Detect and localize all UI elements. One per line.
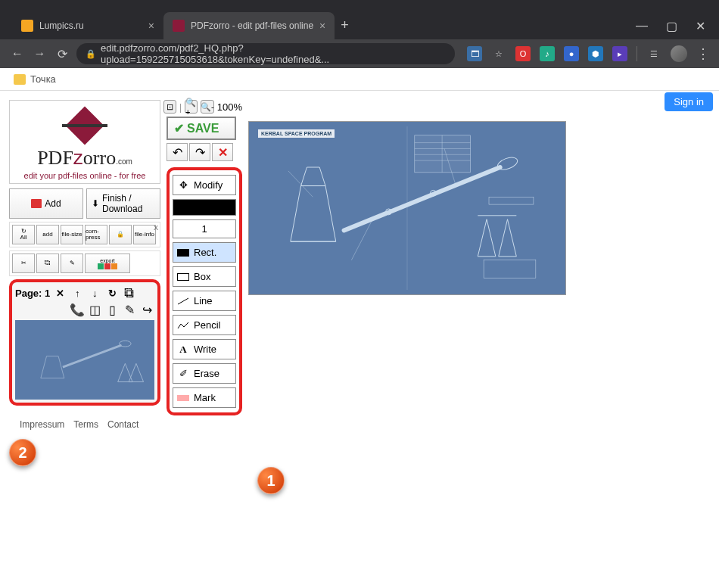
url-field[interactable]: 🔒 edit.pdfzorro.com/pdf2_HQ.php?upload=1… <box>76 43 455 64</box>
line-tool[interactable]: Line <box>173 291 236 311</box>
minimize-icon[interactable]: — <box>636 19 648 33</box>
erase-tool[interactable]: ✐ Erase <box>173 363 236 384</box>
thickness-input[interactable]: 1 <box>173 219 236 238</box>
zoom-out-icon[interactable]: 🔍- <box>201 100 214 114</box>
file-tools: X ↻All add file-size com-press 🔒 file-in… <box>9 222 160 247</box>
tab-inactive[interactable]: Lumpics.ru × <box>12 12 163 39</box>
zoom-fit-icon[interactable]: ⊡ <box>163 100 176 114</box>
rect-icon <box>176 247 190 258</box>
extension-icon[interactable]: ● <box>564 46 579 61</box>
pdf-canvas[interactable]: KERBAL SPACE PROGRAM <box>248 121 566 295</box>
add-page-button[interactable]: add <box>36 225 59 244</box>
move-icon: ✥ <box>176 180 190 191</box>
new-tab-button[interactable]: + <box>335 17 355 39</box>
logo-text: PDFzorro.com <box>13 146 157 170</box>
zoom-in-icon[interactable]: 🔍+ <box>185 100 198 114</box>
redo-icon[interactable]: ↪ <box>139 302 154 317</box>
page-thumbnail[interactable] <box>15 320 154 400</box>
redo-button[interactable]: ↷ <box>189 143 210 161</box>
cut-all-button[interactable]: ✂ <box>12 254 35 273</box>
folder-icon <box>14 74 26 85</box>
add-button[interactable]: Add <box>9 188 83 219</box>
tool-label: Mark <box>194 392 216 403</box>
profile-avatar[interactable] <box>671 45 687 62</box>
maximize-icon[interactable]: ▢ <box>666 19 677 33</box>
signin-button[interactable]: Sign in <box>665 92 713 111</box>
close-icon[interactable]: × <box>148 20 154 32</box>
line-icon <box>176 296 190 306</box>
favicon-icon <box>21 20 33 32</box>
reload-button[interactable]: ⟳ <box>54 47 70 61</box>
blueprint-thumb-icon <box>18 323 151 397</box>
color-picker[interactable] <box>173 199 236 216</box>
svg-point-3 <box>120 341 132 347</box>
rotate-all-button[interactable]: ↻All <box>12 225 35 244</box>
erase-icon: ✐ <box>176 369 190 379</box>
svg-marker-16 <box>499 219 517 257</box>
box-tool[interactable]: Box <box>173 266 236 287</box>
tool-label: Modify <box>194 179 223 191</box>
browser-tabs: Lumpics.ru × PDFzorro - edit pdf-files o… <box>0 0 355 39</box>
extension-icon[interactable]: ♪ <box>540 46 555 61</box>
delete-button[interactable]: ✕ <box>212 143 233 161</box>
extension-icon[interactable]: ⬢ <box>588 46 603 61</box>
rect-tool[interactable]: Rect. <box>173 242 236 263</box>
modify-tool[interactable]: ✥ Modify <box>173 175 236 195</box>
delete-page-icon[interactable]: ✕ <box>52 285 67 300</box>
contact-link[interactable]: Contact <box>107 419 139 430</box>
extension-icon[interactable]: ▸ <box>612 46 627 61</box>
write-tool[interactable]: A Write <box>173 339 236 359</box>
translate-icon[interactable]: 🗔 <box>467 46 482 61</box>
filesize-button[interactable]: file-size <box>61 225 83 244</box>
logo-icon <box>66 107 104 145</box>
menu-icon[interactable]: ⋮ <box>696 45 710 62</box>
page-icon[interactable]: ▯ <box>104 302 120 317</box>
svg-line-11 <box>344 167 500 230</box>
reading-list-icon[interactable]: ☰ <box>646 46 661 61</box>
copy-button[interactable]: ⿻ <box>36 254 59 273</box>
phone-icon[interactable]: 📞 <box>70 302 85 317</box>
bookmark-item[interactable]: Точка <box>30 73 56 85</box>
bookmarks-bar: Точка <box>0 68 719 91</box>
save-button[interactable]: ✔ SAVE <box>167 117 236 140</box>
footer-links: Impressum Terms Contact <box>20 419 160 430</box>
button-label: Add <box>45 198 61 209</box>
close-icon[interactable]: X <box>154 224 158 232</box>
crop-icon[interactable]: ◫ <box>87 302 102 317</box>
forward-button[interactable]: → <box>32 47 48 61</box>
tool-label: Pencil <box>194 319 220 331</box>
svg-line-26 <box>288 171 313 197</box>
separator <box>637 46 637 61</box>
move-down-icon[interactable]: ↓ <box>87 285 102 300</box>
finish-button[interactable]: ⬇ Finish / Download <box>86 188 160 219</box>
check-icon: ✔ <box>174 121 184 135</box>
close-icon[interactable]: ✕ <box>696 19 705 33</box>
extension-icon[interactable]: O <box>515 46 531 61</box>
browser-urlbar: ← → ⟳ 🔒 edit.pdfzorro.com/pdf2_HQ.php?up… <box>0 39 719 68</box>
page-panel: Page: 1 ✕ ↑ ↓ ↻ ⿻ 📞 ◫ ▯ ✎ ↪ <box>9 279 160 406</box>
mark-tool[interactable]: Mark <box>173 387 236 408</box>
back-button[interactable]: ← <box>9 47 26 61</box>
lock-button[interactable]: 🔒 <box>109 225 132 244</box>
undo-button[interactable]: ↶ <box>167 143 188 161</box>
close-icon[interactable]: × <box>319 20 325 32</box>
export-tools: ✂ ⿻ ✎ export <box>9 250 160 276</box>
rotate-icon[interactable]: ↻ <box>104 285 120 300</box>
impressum-link[interactable]: Impressum <box>20 419 64 430</box>
tool-label: Box <box>194 271 210 282</box>
tab-active[interactable]: PDFzorro - edit pdf-files online × <box>163 12 335 39</box>
svg-line-2 <box>63 345 122 367</box>
svg-marker-9 <box>301 167 325 186</box>
pencil-tool[interactable]: Pencil <box>173 315 236 335</box>
compress-button[interactable]: com-press <box>85 225 107 244</box>
edit-button[interactable]: ✎ <box>61 254 83 273</box>
export-button[interactable]: export <box>85 254 130 273</box>
star-icon[interactable]: ☆ <box>491 46 506 61</box>
terms-link[interactable]: Terms <box>73 419 98 430</box>
page-label: Page: 1 <box>15 288 50 299</box>
fileinfo-button[interactable]: file-info <box>133 225 156 244</box>
move-up-icon[interactable]: ↑ <box>70 285 85 300</box>
logo-subtitle: edit your pdf-files online - for free <box>13 171 157 180</box>
duplicate-icon[interactable]: ⿻ <box>122 285 137 300</box>
pen-icon[interactable]: ✎ <box>122 302 137 317</box>
